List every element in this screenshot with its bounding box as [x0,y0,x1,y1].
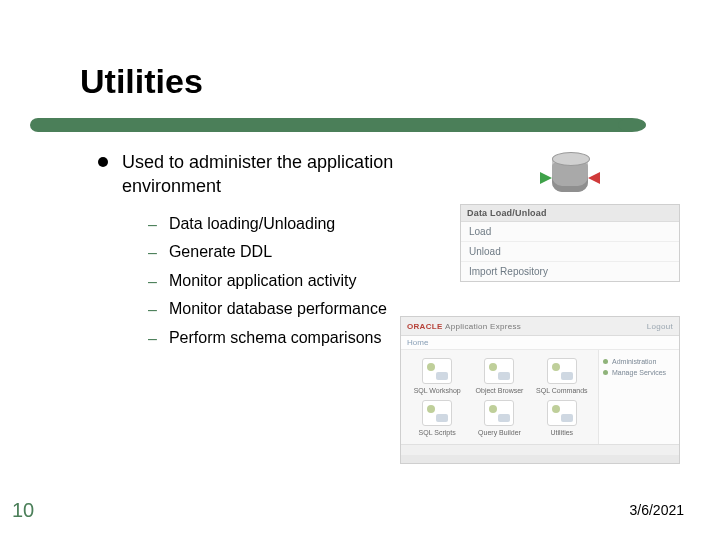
bullet-level2-text: Generate DDL [169,241,398,263]
tile-label: SQL Workshop [414,387,461,394]
bullet-level2-item: – Perform schema comparisons [148,327,398,350]
app-footer [401,444,679,455]
tile-label: Utilities [551,429,574,436]
bullet-level2-item: – Generate DDL [148,241,398,264]
bullet-level1: Used to administer the application envir… [98,150,398,199]
dot-icon [603,370,608,375]
tile: Object Browser [471,358,527,394]
bullet-level1-text: Used to administer the application envir… [122,150,398,199]
bullet-dot-icon [98,157,108,167]
dash-icon: – [148,214,157,236]
title-underline [30,118,632,132]
tile-label: SQL Commands [536,387,587,394]
tile-label: Object Browser [476,387,524,394]
slide-title: Utilities [80,62,203,101]
panel-row: Unload [461,242,679,262]
tile: SQL Workshop [409,358,465,394]
app-footer-2 [401,455,679,463]
tile-label: SQL Scripts [419,429,456,436]
dash-icon: – [148,328,157,350]
bullet-level2-text: Perform schema comparisons [169,327,398,349]
sidebar-link-label: Administration [612,358,656,365]
figure-app-window: ORACLE Application Express Logout Home S… [400,316,680,464]
panel-row: Import Repository [461,262,679,281]
tile-icon [547,358,577,384]
arrow-out-icon [588,172,600,184]
tile: SQL Commands [534,358,590,394]
sidebar-link: Manage Services [603,367,675,378]
data-load-panel: Data Load/Unload Load Unload Import Repo… [460,204,680,282]
dot-icon [603,359,608,364]
sidebar: Administration Manage Services [598,350,679,444]
bullet-level2-item: – Data loading/Unloading [148,213,398,236]
database-icon-row [460,150,680,198]
brand-sub-label: Application Express [445,322,521,331]
bullet-level2-item: – Monitor database performance [148,298,398,321]
tile-icon [547,400,577,426]
tile-icon [484,400,514,426]
arrow-in-icon [540,172,552,184]
tile-icon [484,358,514,384]
body-content: Used to administer the application envir… [98,150,398,356]
bullet-level2-text: Monitor application activity [169,270,398,292]
figure-data-load-panel: Data Load/Unload Load Unload Import Repo… [460,150,680,282]
database-load-unload-icon [542,150,598,198]
brand-label: ORACLE [407,322,443,331]
panel-header: Data Load/Unload [461,205,679,222]
bullet-level2-text: Data loading/Unloading [169,213,398,235]
tile-grid: SQL Workshop Object Browser SQL Commands… [401,350,598,444]
tile-icon [422,400,452,426]
tile: Utilities [534,400,590,436]
app-window: ORACLE Application Express Logout Home S… [400,316,680,464]
tile: SQL Scripts [409,400,465,436]
breadcrumb: Home [401,336,679,350]
dash-icon: – [148,299,157,321]
panel-row: Load [461,222,679,242]
sidebar-link-label: Manage Services [612,369,666,376]
tile-icon [422,358,452,384]
bullet-level2-list: – Data loading/Unloading – Generate DDL … [148,213,398,350]
page-number: 10 [12,499,34,522]
tile: Query Builder [471,400,527,436]
sidebar-link: Administration [603,356,675,367]
bar-right-label: Logout [647,322,673,331]
app-body: SQL Workshop Object Browser SQL Commands… [401,350,679,444]
slide: Utilities Used to administer the applica… [0,0,720,540]
dash-icon: – [148,242,157,264]
app-titlebar: ORACLE Application Express Logout [401,317,679,336]
slide-date: 3/6/2021 [630,502,685,518]
dash-icon: – [148,271,157,293]
bullet-level2-item: – Monitor application activity [148,270,398,293]
tile-label: Query Builder [478,429,521,436]
bullet-level2-text: Monitor database performance [169,298,398,320]
